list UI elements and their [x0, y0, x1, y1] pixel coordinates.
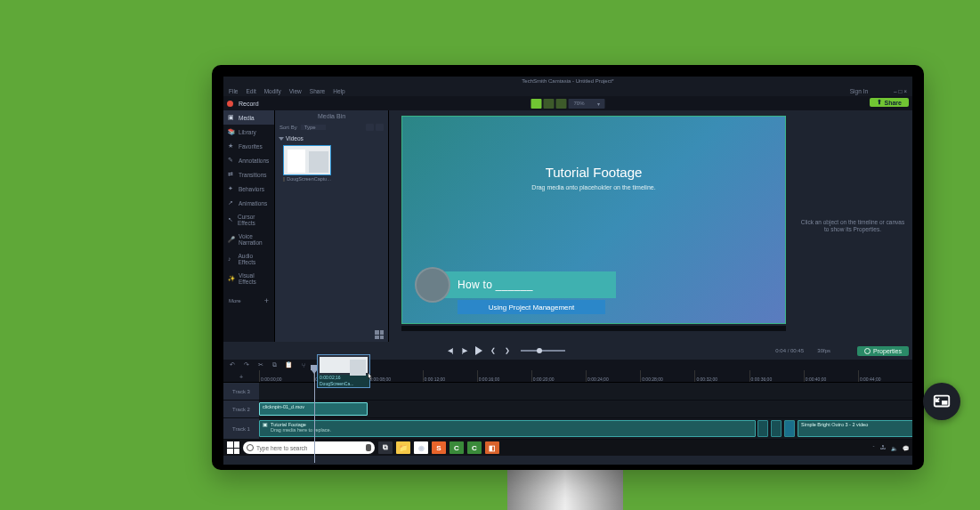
bin-group-videos[interactable]: Videos — [279, 135, 384, 142]
menu-modify[interactable]: Modify — [264, 88, 281, 94]
window-minimize-button[interactable]: – — [894, 88, 897, 94]
sort-by-dropdown[interactable]: Type — [301, 125, 326, 130]
track-2-header[interactable]: Track 2 — [223, 401, 259, 417]
sidebar-item-animations[interactable]: ↗Animations — [223, 196, 274, 210]
clip-track2[interactable]: clicknpin-01_d.mov — [259, 402, 368, 416]
tray-sound-icon[interactable]: 🔈 — [891, 445, 897, 451]
triangle-down-icon — [279, 137, 284, 141]
playhead[interactable] — [314, 365, 315, 463]
system-tray[interactable]: ˄ 🖧 🔈 💬 — [872, 445, 909, 451]
window-close-button[interactable]: × — [903, 88, 907, 94]
windows-start-button[interactable] — [227, 441, 239, 454]
grid-view-icon[interactable] — [375, 330, 384, 339]
taskbar-explorer[interactable]: 📁 — [396, 441, 410, 454]
canvas-tool-crop[interactable] — [543, 99, 554, 109]
undo-button[interactable]: ↶ — [228, 361, 236, 368]
track-2-lane[interactable]: clicknpin-01_d.mov — [259, 401, 912, 417]
taskbar-snagit[interactable]: S — [432, 441, 446, 454]
drag-preview: 0:00:02;16 DougScreenCa... — [317, 354, 370, 388]
clip-tutorial-footage[interactable]: ▣ Tutorial Footage Drag media here to re… — [259, 420, 756, 437]
chevron-down-icon: ▾ — [597, 101, 600, 107]
view-mode-button[interactable] — [376, 124, 384, 131]
audio-icon: ♪ — [228, 255, 234, 263]
redo-button[interactable]: ↷ — [242, 361, 250, 368]
media-thumbnail — [283, 145, 331, 175]
sidebar-item-cursor-effects[interactable]: ↖Cursor Effects — [223, 210, 274, 230]
sidebar-item-audio-effects[interactable]: ♪Audio Effects — [223, 249, 274, 269]
canvas-tool-1[interactable] — [530, 99, 541, 109]
prev-frame-button[interactable]: ◀| — [446, 346, 455, 355]
task-view-button[interactable]: ⧉ — [378, 441, 393, 454]
lower-third-avatar — [415, 267, 450, 303]
step-back-button[interactable]: |▶ — [460, 346, 469, 355]
sidebar-item-favorites[interactable]: ★Favorites — [223, 139, 274, 153]
sidebar-item-annotations[interactable]: ✎Annotations — [223, 153, 274, 167]
app-toolbar: Record 70%▾ ⬆ Share — [223, 96, 912, 110]
track-3-header[interactable]: Track 3 — [223, 383, 259, 400]
sidebar-item-visual-effects[interactable]: ✨Visual Effects — [223, 269, 274, 288]
clip-segment-2[interactable] — [771, 420, 782, 437]
media-clip-thumb[interactable]: DougScreenCaptu... — [283, 145, 331, 182]
step-fwd-button[interactable]: ❮ — [489, 346, 498, 355]
playback-fps: 30fps — [817, 348, 830, 353]
search-icon — [247, 444, 254, 451]
copy-button[interactable]: ⧉ — [271, 361, 279, 368]
canvas-scrollbar[interactable] — [401, 326, 786, 331]
record-icon[interactable] — [227, 101, 233, 107]
preview-canvas[interactable]: Tutorial Footage Drag media onto placeho… — [401, 116, 786, 324]
menu-file[interactable]: File — [229, 88, 238, 94]
paste-button[interactable]: 📋 — [285, 361, 293, 368]
menu-edit[interactable]: Edit — [246, 88, 255, 94]
cursor-icon: ↖ — [228, 216, 234, 223]
sidebar-item-media[interactable]: ▣Media — [223, 110, 274, 125]
sidebar-more[interactable]: More — [229, 298, 241, 304]
sidebar-item-library[interactable]: 📚Library — [223, 125, 274, 139]
properties-button[interactable]: Properties — [857, 346, 909, 356]
mic-icon — [366, 444, 371, 451]
taskbar-chrome[interactable]: ◉ — [414, 441, 428, 454]
taskbar-app-orange[interactable]: ◧ — [485, 441, 499, 454]
sidebar-item-transitions[interactable]: ⇄Transitions — [223, 167, 274, 182]
pip-icon — [932, 392, 952, 411]
window-maximize-button[interactable]: □ — [898, 88, 902, 94]
sign-in-link[interactable]: Sign In — [850, 88, 868, 94]
cut-button[interactable]: ✂ — [256, 361, 264, 368]
media-icon: ▣ — [228, 114, 235, 121]
add-track-button[interactable]: + — [239, 374, 243, 380]
sort-direction-button[interactable] — [366, 124, 374, 131]
track-2: Track 2 clicknpin-01_d.mov — [223, 401, 912, 418]
timeline-tracks: 0:00:02;16 DougScreenCa... Track 3 Track… — [223, 383, 912, 440]
next-frame-button[interactable]: ❯ — [503, 346, 512, 355]
menu-share[interactable]: Share — [310, 88, 325, 94]
clip-outro[interactable]: Simple Bright Outro 3 - 2 video — [798, 420, 912, 437]
clip-segment-1[interactable] — [757, 420, 768, 437]
zoom-slider[interactable] — [521, 350, 565, 352]
track-1-header[interactable]: Track 1 — [223, 418, 259, 439]
windows-taskbar: Type here to search ⧉ 📁 ◉ S C C ◧ ˄ 🖧 🔈 … — [223, 440, 912, 456]
pip-toggle-button[interactable] — [923, 383, 960, 420]
pointer-cursor-icon — [364, 370, 377, 385]
monitor-stand — [507, 468, 623, 510]
taskbar-search[interactable]: Type here to search — [243, 441, 375, 454]
sidebar-item-behaviors[interactable]: ✦Behaviors — [223, 182, 274, 196]
share-button[interactable]: ⬆ Share — [870, 98, 909, 107]
tray-network-icon[interactable]: 🖧 — [880, 445, 886, 450]
menu-view[interactable]: View — [289, 88, 302, 94]
sidebar-add-button[interactable]: + — [264, 296, 269, 305]
sidebar-item-voice[interactable]: 🎤Voice Narration — [223, 230, 274, 249]
track-1-lane[interactable]: ▣ Tutorial Footage Drag media here to re… — [259, 418, 912, 439]
search-placeholder: Type here to search — [256, 445, 363, 451]
tray-up-icon[interactable]: ˄ — [872, 445, 875, 451]
clip-segment-3[interactable] — [784, 420, 795, 437]
split-button[interactable]: ⑂ — [299, 362, 307, 368]
taskbar-camtasia[interactable]: C — [450, 441, 464, 454]
menu-help[interactable]: Help — [333, 88, 344, 94]
zoom-dropdown[interactable]: 70%▾ — [568, 99, 604, 109]
play-button[interactable] — [474, 346, 483, 355]
tray-notification-icon[interactable]: 💬 — [903, 445, 909, 451]
lower-third[interactable]: How to ______ — [415, 270, 616, 300]
taskbar-camtasia-2[interactable]: C — [467, 441, 482, 454]
record-button[interactable]: Record — [239, 101, 259, 107]
media-bin-title: Media Bin — [275, 110, 388, 122]
canvas-tool-magnet[interactable] — [555, 99, 566, 109]
